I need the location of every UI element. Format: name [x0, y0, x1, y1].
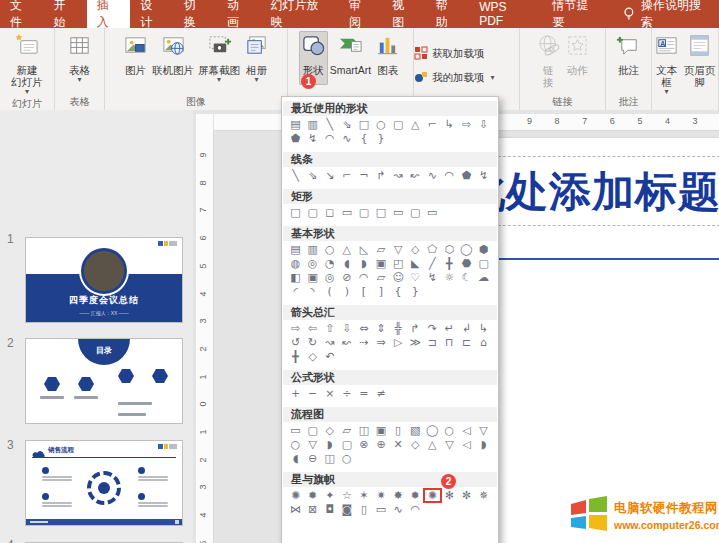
slide-thumbnail-3[interactable]: 销售流程 [25, 440, 183, 526]
button-获取加载项[interactable]: 获取加载项 [414, 46, 485, 62]
shape-cell[interactable]: ╋ [287, 350, 304, 363]
tab-插入[interactable]: 插入 [87, 0, 130, 28]
shape-cell[interactable]: ↯ [475, 169, 492, 182]
shape-cell[interactable]: ▽ [304, 438, 321, 451]
shape-cell[interactable]: ( [321, 285, 338, 298]
shape-cell[interactable]: ↜ [407, 169, 424, 182]
shape-cell[interactable]: ✺ [287, 489, 304, 502]
shape-cell[interactable]: ✵ [475, 489, 492, 502]
tab-WPS PDF[interactable]: WPS PDF [469, 0, 542, 28]
shape-cell[interactable]: { [390, 285, 407, 298]
shape-cell[interactable]: ▢ [407, 206, 424, 219]
shape-cell[interactable]: ▢ [355, 206, 372, 219]
shape-cell[interactable]: ◖ [338, 257, 355, 270]
shape-cell[interactable]: ⇘ [304, 169, 321, 182]
shape-cell[interactable]: ▣ [372, 257, 389, 270]
shape-cell[interactable]: ◁ [458, 438, 475, 451]
shape-cell[interactable]: ▽ [390, 243, 407, 256]
shape-cell[interactable]: ≠ [372, 387, 389, 400]
shape-cell[interactable]: ◖ [287, 452, 304, 465]
shape-cell[interactable]: ◫ [321, 452, 338, 465]
shape-cell[interactable]: ↯ [304, 132, 321, 145]
shape-cell[interactable]: ↳ [441, 118, 458, 131]
shape-cell[interactable]: ↵ [441, 322, 458, 335]
shape-cell[interactable]: ☼ [441, 271, 458, 284]
tab-情节提要[interactable]: 情节提要 [542, 0, 609, 28]
shape-cell[interactable]: ▭ [424, 206, 441, 219]
shape-cell[interactable]: ≫ [407, 336, 424, 349]
shape-cell[interactable]: × [321, 387, 338, 400]
shape-cell[interactable]: ○ [321, 243, 338, 256]
slide-title-text[interactable]: 此处添加标题 [463, 164, 719, 220]
shape-cell[interactable]: ☺ [390, 271, 407, 284]
shape-cell[interactable]: ∿ [390, 503, 407, 516]
shape-cell[interactable]: ⊐ [424, 336, 441, 349]
shape-cell[interactable]: ⊕ [372, 438, 389, 451]
shape-cell[interactable]: ▭ [390, 206, 407, 219]
shape-cell[interactable]: ╲ [287, 169, 304, 182]
shape-cell[interactable]: ▧ [407, 424, 424, 437]
shape-cell[interactable]: △ [424, 438, 441, 451]
shape-cell[interactable]: ▣ [372, 424, 389, 437]
button-批注[interactable]: 批注 [614, 31, 643, 78]
shape-cell[interactable]: ∿ [338, 132, 355, 145]
button-图表[interactable]: 图表 [373, 31, 402, 78]
button-文本框[interactable]: A文本框▾ [652, 31, 681, 97]
shape-cell[interactable]: ▭ [338, 206, 355, 219]
shape-cell[interactable]: ◝ [304, 285, 321, 298]
shape-cell[interactable]: ▢ [338, 438, 355, 451]
shape-cell[interactable]: ◇ [407, 243, 424, 256]
shape-cell[interactable]: ▥ [304, 118, 321, 131]
shape-cell[interactable]: ↱ [372, 169, 389, 182]
shape-cell[interactable]: ◇ [321, 424, 338, 437]
shape-cell[interactable]: { [355, 132, 372, 145]
shape-cell[interactable]: ▥ [304, 243, 321, 256]
shape-cell[interactable]: ○ [338, 452, 355, 465]
shape-cell[interactable]: ✷ [372, 489, 389, 502]
button-联机图片[interactable]: 联机图片 [150, 31, 196, 78]
shape-cell[interactable]: ▽ [475, 424, 492, 437]
shape-cell[interactable]: ◇ [304, 350, 321, 363]
shape-cell[interactable]: } [372, 132, 389, 145]
tab-视图[interactable]: 视图 [382, 0, 425, 28]
shape-cell[interactable]: ⌐ [424, 118, 441, 131]
shape-cell[interactable]: ◣ [407, 257, 424, 270]
shape-cell[interactable]: ⇨ [287, 322, 304, 335]
button-SmartArt[interactable]: SmartArt [328, 31, 373, 78]
shape-cell[interactable]: ✸ [390, 489, 407, 502]
shape-cell[interactable]: ¬ [355, 169, 372, 182]
shape-cell[interactable]: ◰ [390, 257, 407, 270]
shape-cell[interactable]: ⌂ [475, 336, 492, 349]
shape-cell[interactable]: ▱ [372, 243, 389, 256]
shape-cell[interactable]: ◧ [287, 271, 304, 284]
shape-cell[interactable]: ⊓ [441, 336, 458, 349]
shape-cell[interactable]: ↝ [321, 336, 338, 349]
tab-切换[interactable]: 切换 [174, 0, 217, 28]
tab-帮助[interactable]: 帮助 [426, 0, 469, 28]
tab-设计[interactable]: 设计 [130, 0, 173, 28]
shape-cell[interactable]: ◻ [321, 206, 338, 219]
shape-cell[interactable]: ╱ [424, 257, 441, 270]
shape-cell[interactable]: ∿ [424, 169, 441, 182]
button-屏幕截图[interactable]: 屏幕截图▾ [196, 31, 242, 85]
shape-cell[interactable]: ▤ [287, 243, 304, 256]
shape-cell[interactable]: ↶ [321, 350, 338, 363]
shape-cell[interactable]: ◎ [304, 257, 321, 270]
shape-cell[interactable]: ☾ [458, 271, 475, 284]
shape-cell[interactable]: □ [355, 118, 372, 131]
shape-cell[interactable]: △ [407, 118, 424, 131]
shape-cell[interactable]: ◎ [321, 271, 338, 284]
shape-cell[interactable]: ⇦ [304, 322, 321, 335]
shape-cell[interactable]: = [355, 387, 372, 400]
shape-cell[interactable]: ⊏ [458, 336, 475, 349]
shape-cell[interactable]: ⇢ [355, 336, 372, 349]
shape-cell[interactable]: ↘ [321, 169, 338, 182]
shape-cell[interactable]: ✹ [407, 489, 424, 502]
shape-cell[interactable]: ◯ [458, 243, 475, 256]
shape-cell[interactable]: □ [287, 206, 304, 219]
button-相册[interactable]: 相册▾ [242, 31, 271, 85]
shape-cell[interactable]: ✦ [321, 489, 338, 502]
tab-审阅[interactable]: 审阅 [339, 0, 382, 28]
shape-cell[interactable]: ⇒ [372, 336, 389, 349]
shape-cell[interactable]: [ [355, 285, 372, 298]
